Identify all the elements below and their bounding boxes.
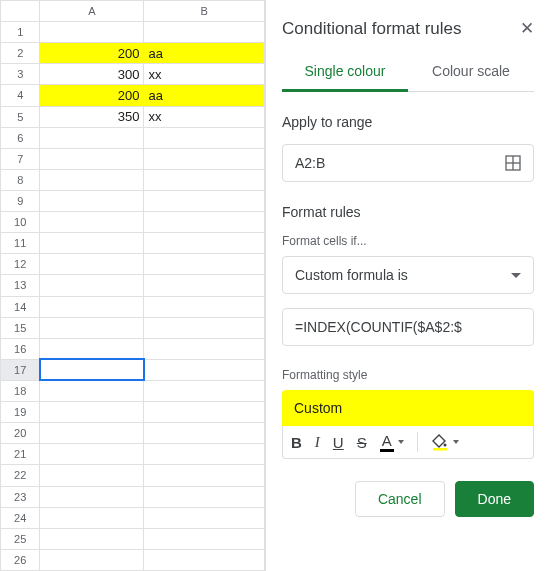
range-input[interactable]: A2:B [282,144,534,182]
cell[interactable] [144,22,265,43]
cell[interactable] [40,486,144,507]
cell[interactable] [40,380,144,401]
cell[interactable] [40,317,144,338]
cell[interactable]: xx [144,106,265,127]
cell[interactable] [40,296,144,317]
cell[interactable] [144,190,265,211]
conditional-format-panel: Conditional format rules ✕ Single colour… [265,0,550,571]
row-header[interactable]: 9 [1,190,40,211]
style-preview[interactable]: Custom [282,390,534,426]
cell[interactable]: xx [144,64,265,85]
underline-button[interactable]: U [333,434,344,451]
cell[interactable] [144,169,265,190]
cell[interactable] [144,444,265,465]
cell[interactable] [40,528,144,549]
row-header[interactable]: 13 [1,275,40,296]
fill-color-button[interactable] [431,433,459,451]
cell[interactable] [144,148,265,169]
spreadsheet-grid[interactable]: A B 1 2200aa 3300xx 4200aa 5350xx 6 7 8 … [0,0,265,571]
text-color-button[interactable]: A [380,432,404,452]
cell[interactable] [144,549,265,570]
cell[interactable] [40,22,144,43]
done-button[interactable]: Done [455,481,534,517]
row-header[interactable]: 17 [1,359,40,380]
row-header[interactable]: 21 [1,444,40,465]
bold-button[interactable]: B [291,434,302,451]
cell[interactable] [144,254,265,275]
cell[interactable]: 350 [40,106,144,127]
cell[interactable] [40,254,144,275]
cell[interactable] [40,233,144,254]
row-header[interactable]: 12 [1,254,40,275]
cell[interactable]: aa [144,85,265,106]
svg-rect-4 [433,448,447,451]
row-header[interactable]: 3 [1,64,40,85]
cell[interactable] [40,444,144,465]
row-header[interactable]: 26 [1,549,40,570]
cell[interactable] [144,127,265,148]
close-icon[interactable]: ✕ [520,18,534,39]
cell[interactable] [144,507,265,528]
row-header[interactable]: 4 [1,85,40,106]
cell[interactable] [40,212,144,233]
cell[interactable] [144,402,265,423]
cancel-button[interactable]: Cancel [355,481,445,517]
cell[interactable] [144,338,265,359]
cell[interactable] [40,423,144,444]
cell[interactable] [144,465,265,486]
row-header[interactable]: 22 [1,465,40,486]
row-header[interactable]: 7 [1,148,40,169]
cell[interactable] [40,148,144,169]
cell[interactable]: aa [144,43,265,64]
cell-selected[interactable] [40,359,144,380]
cell[interactable] [144,359,265,380]
row-header[interactable]: 5 [1,106,40,127]
cell[interactable]: 200 [40,43,144,64]
row-header[interactable]: 10 [1,212,40,233]
row-header[interactable]: 15 [1,317,40,338]
cell[interactable] [144,212,265,233]
row-header[interactable]: 18 [1,380,40,401]
row-header[interactable]: 23 [1,486,40,507]
cell[interactable] [144,296,265,317]
cell[interactable] [144,317,265,338]
row-header[interactable]: 8 [1,169,40,190]
cell[interactable] [40,507,144,528]
row-header[interactable]: 19 [1,402,40,423]
cell[interactable] [40,338,144,359]
col-header-A[interactable]: A [40,1,144,22]
cell[interactable] [40,275,144,296]
cell[interactable] [144,380,265,401]
row-header[interactable]: 20 [1,423,40,444]
cell[interactable]: 300 [40,64,144,85]
cell[interactable] [144,275,265,296]
col-header-B[interactable]: B [144,1,265,22]
cell[interactable] [40,402,144,423]
cell[interactable] [144,528,265,549]
row-header[interactable]: 1 [1,22,40,43]
cell[interactable] [144,486,265,507]
cell[interactable] [40,127,144,148]
cell[interactable] [144,423,265,444]
row-header[interactable]: 11 [1,233,40,254]
strike-button[interactable]: S [357,434,367,451]
tab-colour-scale[interactable]: Colour scale [408,63,534,91]
formula-input[interactable]: =INDEX(COUNTIF($A$2:$ [282,308,534,346]
italic-button[interactable]: I [315,434,320,451]
row-header[interactable]: 14 [1,296,40,317]
cell[interactable] [40,169,144,190]
row-header[interactable]: 2 [1,43,40,64]
tab-single-colour[interactable]: Single colour [282,63,408,92]
cell[interactable]: 200 [40,85,144,106]
corner-cell[interactable] [1,1,40,22]
row-header[interactable]: 6 [1,127,40,148]
condition-select[interactable]: Custom formula is [282,256,534,294]
row-header[interactable]: 24 [1,507,40,528]
row-header[interactable]: 25 [1,528,40,549]
cell[interactable] [40,190,144,211]
row-header[interactable]: 16 [1,338,40,359]
cell[interactable] [40,549,144,570]
cell[interactable] [144,233,265,254]
grid-icon[interactable] [505,155,521,171]
cell[interactable] [40,465,144,486]
